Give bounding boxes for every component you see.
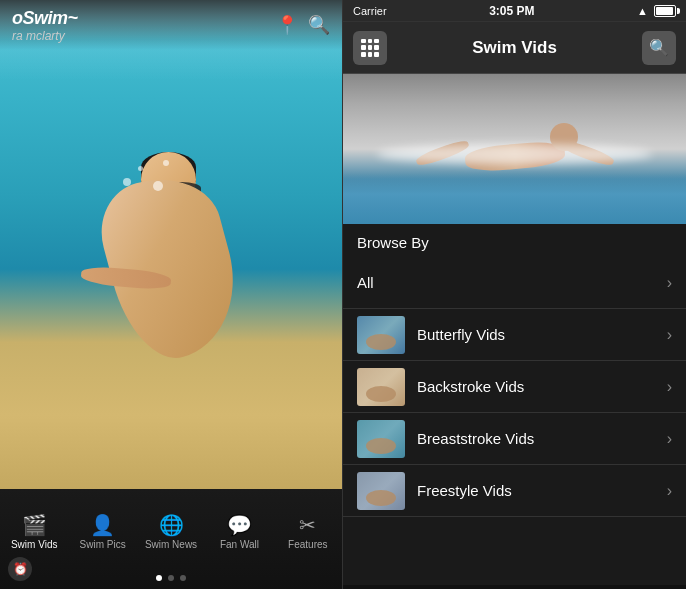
freestyle-vids-label: Freestyle Vids bbox=[417, 482, 655, 499]
breaststroke-vids-label: Breaststroke Vids bbox=[417, 430, 655, 447]
nav-item-features[interactable]: ✂ Features bbox=[274, 507, 342, 558]
browse-section: Browse By All › Butterfly Vids › Backstr… bbox=[343, 224, 686, 585]
app-logo: oSwim~ ra mclarty bbox=[12, 8, 78, 43]
chevron-right-icon: › bbox=[667, 378, 672, 396]
logo-title: oSwim~ bbox=[12, 8, 78, 29]
location-icon[interactable]: 📍 bbox=[276, 14, 298, 36]
video-preview[interactable] bbox=[343, 74, 686, 224]
breaststroke-thumb bbox=[357, 420, 405, 458]
grid-button[interactable] bbox=[353, 31, 387, 65]
status-indicators: ▲ bbox=[637, 5, 676, 17]
bubble bbox=[163, 160, 169, 166]
freestyle-thumb bbox=[357, 472, 405, 510]
logo-subtitle: ra mclarty bbox=[12, 29, 78, 43]
nav-item-swim-vids[interactable]: 🎬 Swim Vids bbox=[0, 507, 68, 558]
battery-fill bbox=[656, 7, 673, 15]
dot-3 bbox=[180, 575, 186, 581]
butterfly-thumb bbox=[357, 316, 405, 354]
breaststroke-thumb-bg bbox=[357, 420, 405, 458]
chevron-right-icon: › bbox=[667, 274, 672, 292]
browse-breaststroke-item[interactable]: Breaststroke Vids › bbox=[343, 413, 686, 465]
butterfly-vids-label: Butterfly Vids bbox=[417, 326, 655, 343]
bottom-nav: 🎬 Swim Vids 👤 Swim Pics 🌐 Swim News 💬 Fa… bbox=[0, 489, 342, 589]
backstroke-thumb-bg bbox=[357, 368, 405, 406]
fan-wall-label: Fan Wall bbox=[220, 539, 259, 550]
carrier-label: Carrier bbox=[353, 5, 387, 17]
header-icons: 📍 🔍 bbox=[276, 14, 330, 36]
left-panel: oSwim~ ra mclarty 📍 🔍 🎬 Swim Vids 👤 Swim… bbox=[0, 0, 343, 589]
freestyle-mini-figure bbox=[366, 490, 396, 506]
splash-effect bbox=[377, 144, 651, 164]
battery-icon bbox=[654, 5, 676, 17]
swim-news-icon: 🌐 bbox=[159, 515, 184, 535]
status-time: 3:05 PM bbox=[489, 4, 534, 18]
butterfly-thumb-bg bbox=[357, 316, 405, 354]
page-title: Swim Vids bbox=[397, 38, 632, 58]
browse-all-item[interactable]: All › bbox=[343, 257, 686, 309]
swim-news-label: Swim News bbox=[145, 539, 197, 550]
search-icon: 🔍 bbox=[649, 38, 669, 57]
browse-butterfly-item[interactable]: Butterfly Vids › bbox=[343, 309, 686, 361]
hero-image: oSwim~ ra mclarty 📍 🔍 bbox=[0, 0, 342, 489]
breaststroke-mini-figure bbox=[366, 438, 396, 454]
swimmer-figure bbox=[91, 167, 251, 367]
browse-by-header: Browse By bbox=[343, 224, 686, 257]
browse-backstroke-item[interactable]: Backstroke Vids › bbox=[343, 361, 686, 413]
search-icon[interactable]: 🔍 bbox=[308, 14, 330, 36]
water-splash bbox=[343, 174, 686, 224]
search-button[interactable]: 🔍 bbox=[642, 31, 676, 65]
bubble bbox=[153, 181, 163, 191]
right-panel: Carrier 3:05 PM ▲ Swim Vids 🔍 bbox=[343, 0, 686, 589]
freestyle-thumb-bg bbox=[357, 472, 405, 510]
chevron-right-icon: › bbox=[667, 430, 672, 448]
bubble bbox=[123, 178, 131, 186]
status-bar: Carrier 3:05 PM ▲ bbox=[343, 0, 686, 22]
chevron-right-icon: › bbox=[667, 326, 672, 344]
dot-1 bbox=[156, 575, 162, 581]
nav-dots bbox=[0, 575, 342, 589]
swim-pics-label: Swim Pics bbox=[80, 539, 126, 550]
backstroke-mini-figure bbox=[366, 386, 396, 402]
right-app-header: Swim Vids 🔍 bbox=[343, 22, 686, 74]
all-label: All bbox=[357, 274, 655, 291]
browse-freestyle-item[interactable]: Freestyle Vids › bbox=[343, 465, 686, 517]
chevron-right-icon: › bbox=[667, 482, 672, 500]
nav-items-row: 🎬 Swim Vids 👤 Swim Pics 🌐 Swim News 💬 Fa… bbox=[0, 489, 342, 575]
bottom-hint bbox=[343, 585, 686, 589]
left-header: oSwim~ ra mclarty 📍 🔍 bbox=[0, 0, 342, 50]
dot-2 bbox=[168, 575, 174, 581]
swim-vids-label: Swim Vids bbox=[11, 539, 58, 550]
bubble bbox=[138, 166, 143, 171]
swim-vids-icon: 🎬 bbox=[22, 515, 47, 535]
nav-item-swim-pics[interactable]: 👤 Swim Pics bbox=[68, 507, 136, 558]
nav-item-fan-wall[interactable]: 💬 Fan Wall bbox=[205, 507, 273, 558]
butterfly-mini-figure bbox=[366, 334, 396, 350]
nav-item-swim-news[interactable]: 🌐 Swim News bbox=[137, 507, 205, 558]
fan-wall-icon: 💬 bbox=[227, 515, 252, 535]
features-label: Features bbox=[288, 539, 327, 550]
wifi-icon: ▲ bbox=[637, 5, 648, 17]
video-background bbox=[343, 74, 686, 224]
features-icon: ✂ bbox=[299, 515, 316, 535]
backstroke-vids-label: Backstroke Vids bbox=[417, 378, 655, 395]
backstroke-thumb bbox=[357, 368, 405, 406]
bubbles bbox=[103, 136, 183, 196]
grid-icon bbox=[361, 39, 379, 57]
clock-badge[interactable]: ⏰ bbox=[8, 557, 32, 581]
swim-pics-icon: 👤 bbox=[90, 515, 115, 535]
